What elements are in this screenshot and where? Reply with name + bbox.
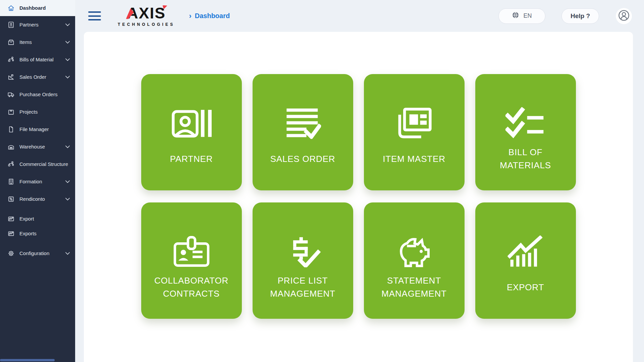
user-avatar-button[interactable] xyxy=(616,8,632,24)
logo-subtitle: TECHNOLOGIES xyxy=(118,22,175,27)
tile-label: BILL OF MATERIALS xyxy=(479,146,572,172)
chart-icon xyxy=(7,230,15,237)
sidebar-item-export[interactable]: Export xyxy=(0,212,75,226)
sidebar-item-label: Configuration xyxy=(19,250,64,257)
help-button[interactable]: Help ? xyxy=(561,8,599,24)
sidebar-scrollbar[interactable] xyxy=(0,359,55,361)
dashboard-content: PARTNERSALES ORDERITEM MASTERBILL OF MAT… xyxy=(84,32,633,362)
sidebar-item-label: Partners xyxy=(19,21,64,28)
sidebar-item-partners[interactable]: Partners xyxy=(0,16,75,34)
nodes-icon xyxy=(7,161,15,168)
chart-icon xyxy=(7,215,15,223)
sidebar-item-rendiconto[interactable]: Rendiconto xyxy=(0,190,75,208)
breadcrumb-current: Dashboard xyxy=(195,12,230,20)
sidebar-item-label: Projects xyxy=(19,109,70,115)
chevron-down-icon xyxy=(65,252,70,255)
sidebar-item-label: Sales Order xyxy=(19,74,64,80)
chevron-down-icon xyxy=(65,180,70,183)
sidebar-item-label: Rendiconto xyxy=(19,196,64,202)
sidebar-item-label: Exports xyxy=(19,230,70,237)
tile-bill-of-materials[interactable]: BILL OF MATERIALS xyxy=(475,74,576,190)
sidebar-item-items[interactable]: Items xyxy=(0,34,75,51)
tile-label: COLLABORATOR CONTRACTS xyxy=(145,274,238,300)
sidebar: DashboardPartnersItemsBills of MaterialS… xyxy=(0,0,75,362)
sidebar-item-formation[interactable]: Formation xyxy=(0,173,75,190)
hamburger-menu-icon[interactable] xyxy=(88,11,101,20)
sidebar-item-bills-of-material[interactable]: Bills of Material xyxy=(0,51,75,68)
language-button[interactable]: EN xyxy=(498,8,545,24)
tile-label: PRICE LIST MANAGEMENT xyxy=(257,274,349,300)
home-icon xyxy=(7,4,15,12)
sidebar-item-label: Warehouse xyxy=(19,143,64,150)
tile-label: STATEMENT MANAGEMENT xyxy=(368,274,461,300)
app-logo[interactable]: AXIS TECHNOLOGIES xyxy=(118,5,175,27)
bom-icon xyxy=(505,107,545,139)
sidebar-nav: DashboardPartnersItemsBills of MaterialS… xyxy=(0,0,75,262)
header-actions: EN Help ? xyxy=(498,8,632,24)
piggy-icon xyxy=(396,235,432,267)
tile-label: SALES ORDER xyxy=(257,153,349,166)
tile-label: EXPORT xyxy=(479,281,572,294)
sidebar-item-warehouse[interactable]: Warehouse xyxy=(0,138,75,156)
sidebar-item-label: Bills of Material xyxy=(19,56,64,63)
shed-icon xyxy=(7,143,15,150)
tile-sales-order[interactable]: SALES ORDER xyxy=(253,74,353,190)
logo-wordmark: AXIS xyxy=(127,5,166,21)
sidebar-item-label: Commercial Structure xyxy=(19,161,70,168)
globe-icon xyxy=(512,11,519,20)
tile-collaborator-contracts[interactable]: COLLABORATOR CONTRACTS xyxy=(141,202,242,319)
sidebar-item-projects[interactable]: Projects xyxy=(0,103,75,121)
export-icon xyxy=(507,235,543,267)
sidebar-item-commercial-structure[interactable]: Commercial Structure xyxy=(0,156,75,173)
breadcrumb[interactable]: › Dashboard xyxy=(189,12,230,20)
price-list-icon xyxy=(285,235,321,267)
tile-item-master[interactable]: ITEM MASTER xyxy=(364,74,465,190)
main-area: AXIS TECHNOLOGIES › Dashboard EN Help ? … xyxy=(75,0,644,362)
sidebar-item-sales-order[interactable]: Sales Order xyxy=(0,68,75,86)
tile-export[interactable]: EXPORT xyxy=(475,202,576,319)
sidebar-item-purchase-orders[interactable]: Purchase Orders xyxy=(0,86,75,103)
sidebar-item-configuration[interactable]: Configuration xyxy=(0,245,75,262)
tile-label: PARTNER xyxy=(145,153,238,166)
chevron-down-icon xyxy=(65,198,70,200)
nodes-icon xyxy=(7,56,15,63)
items-icon xyxy=(7,39,15,46)
sidebar-item-label: Export xyxy=(19,216,70,222)
sales-order-icon xyxy=(284,107,321,139)
sidebar-item-label: Formation xyxy=(19,178,64,185)
sidebar-item-label: File Manager xyxy=(19,126,70,133)
chevron-down-icon xyxy=(65,76,70,78)
tile-label: ITEM MASTER xyxy=(368,153,461,166)
tile-statement-management[interactable]: STATEMENT MANAGEMENT xyxy=(364,202,465,319)
user-icon xyxy=(618,9,630,23)
language-label: EN xyxy=(523,12,532,19)
chevron-down-icon xyxy=(65,41,70,44)
chevron-down-icon xyxy=(65,145,70,148)
sidebar-item-dashboard[interactable]: Dashboard xyxy=(0,0,75,16)
sidebar-item-label: Dashboard xyxy=(19,5,70,11)
partner-icon xyxy=(170,107,213,139)
collaborator-icon xyxy=(173,235,210,267)
sidebar-item-file-manager[interactable]: File Manager xyxy=(0,121,75,138)
sidebar-item-exports[interactable]: Exports xyxy=(0,226,75,241)
partners-icon xyxy=(7,21,15,28)
chevron-down-icon xyxy=(65,58,70,61)
chevron-down-icon xyxy=(65,23,70,26)
drawer-icon xyxy=(7,108,15,116)
percent-icon xyxy=(7,195,15,203)
breadcrumb-chevron-icon: › xyxy=(189,12,191,20)
tiles-grid: PARTNERSALES ORDERITEM MASTERBILL OF MAT… xyxy=(84,32,633,319)
gauge-icon xyxy=(7,73,15,81)
file-icon xyxy=(7,126,15,133)
gear-icon xyxy=(7,250,15,257)
top-bar: AXIS TECHNOLOGIES › Dashboard EN Help ? xyxy=(75,0,644,32)
sidebar-item-label: Items xyxy=(19,39,64,46)
tile-partner[interactable]: PARTNER xyxy=(141,74,242,190)
help-label: Help ? xyxy=(571,12,590,20)
item-master-icon xyxy=(396,107,432,139)
tile-price-list-management[interactable]: PRICE LIST MANAGEMENT xyxy=(253,202,353,319)
sidebar-item-label: Purchase Orders xyxy=(19,91,70,98)
truck-icon xyxy=(7,91,15,98)
building-icon xyxy=(7,178,15,185)
